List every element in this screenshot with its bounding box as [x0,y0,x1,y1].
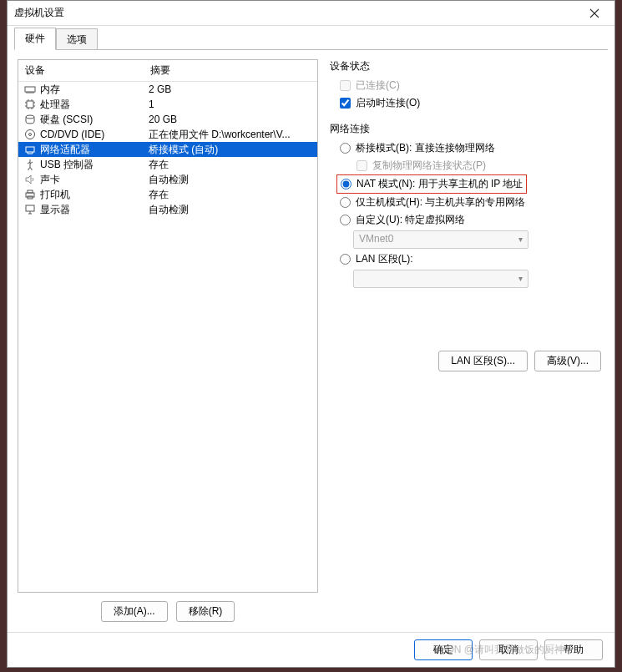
usb-icon [23,158,37,171]
printer-icon [23,188,37,201]
remove-button[interactable]: 移除(R) [176,601,235,622]
hw-row-cpu[interactable]: 处理器 1 [18,97,317,112]
hw-row-sound[interactable]: 声卡 自动检测 [18,172,317,187]
col-device: 设备 [25,63,150,78]
hw-label: 硬盘 (SCSI) [40,113,93,127]
custom-label[interactable]: 自定义(U): 特定虚拟网络 [356,213,465,227]
hw-label: 声卡 [40,173,60,187]
hw-summary: 自动检测 [149,173,314,187]
lan-row: LAN 区段(L): [330,250,604,268]
device-status-group: 设备状态 已连接(C) 启动时连接(O) [330,59,604,112]
lan-select: ▾ [353,270,528,288]
connected-row: 已连接(C) [330,77,604,94]
lan-radio[interactable] [340,254,351,265]
hardware-panel: 设备 摘要 内存 2 GB 处理器 1 [18,59,318,622]
hw-summary: 1 [149,99,314,110]
close-button[interactable] [581,3,608,23]
nat-radio[interactable] [341,179,351,189]
tab-hardware[interactable]: 硬件 [14,28,56,50]
network-icon [23,143,37,156]
svg-rect-7 [28,190,33,193]
vmnet-select: VMnet0 ▾ [353,230,528,249]
titlebar: 虚拟机设置 [8,1,614,26]
hw-label: CD/DVD (IDE) [40,129,104,140]
bridged-label[interactable]: 桥接模式(B): 直接连接物理网络 [356,141,495,155]
cdrom-icon [23,128,37,141]
hw-summary: 自动检测 [149,203,314,217]
hdd-icon [23,113,37,126]
replicate-row: 复制物理网络连接状态(P) [330,157,604,174]
hw-label: 内存 [40,83,60,97]
hw-label: 显示器 [40,203,70,217]
col-summary: 摘要 [150,63,311,78]
advanced-button[interactable]: 高级(V)... [534,351,601,371]
lan-label[interactable]: LAN 区段(L): [356,252,413,266]
cpu-icon [23,98,37,111]
hardware-list-header: 设备 摘要 [18,60,317,82]
bridged-row: 桥接模式(B): 直接连接物理网络 [330,139,604,157]
hostonly-radio[interactable] [340,197,351,208]
hw-row-printer[interactable]: 打印机 存在 [18,187,317,202]
hw-summary: 20 GB [149,114,314,125]
hw-summary: 正在使用文件 D:\workcenter\V... [149,128,314,142]
hardware-list: 设备 摘要 内存 2 GB 处理器 1 [18,59,318,593]
cancel-button[interactable]: 取消 [479,639,538,660]
display-icon [23,203,37,216]
hw-label: 网络适配器 [40,143,90,157]
connect-on-power-checkbox[interactable] [340,98,351,109]
hw-label: 打印机 [40,188,70,202]
status-title: 设备状态 [330,59,604,73]
hw-label: USB 控制器 [40,158,94,172]
svg-point-4 [29,134,32,136]
chevron-down-icon: ▾ [518,274,523,283]
hw-row-usb[interactable]: USB 控制器 存在 [18,157,317,172]
dialog-title: 虚拟机设置 [14,6,581,20]
help-button[interactable]: 帮助 [544,639,603,660]
custom-radio[interactable] [340,215,351,225]
svg-rect-1 [27,101,33,108]
hw-row-hdd[interactable]: 硬盘 (SCSI) 20 GB [18,112,317,127]
close-icon [589,8,599,18]
connected-checkbox [340,80,351,91]
hw-row-cdrom[interactable]: CD/DVD (IDE) 正在使用文件 D:\workcenter\V... [18,127,317,142]
connect-on-power-row: 启动时连接(O) [330,94,604,112]
sound-icon [23,173,37,186]
settings-panel: 设备状态 已连接(C) 启动时连接(O) 网络连接 桥接模式(B): 直接连接物… [330,59,604,622]
hw-row-display[interactable]: 显示器 自动检测 [18,202,317,217]
memory-icon [23,83,37,96]
nat-label[interactable]: NAT 模式(N): 用于共享主机的 IP 地址 [357,177,523,191]
svg-point-2 [26,115,34,119]
connected-label: 已连接(C) [356,78,400,93]
nat-highlight: NAT 模式(N): 用于共享主机的 IP 地址 [336,174,527,194]
lan-segments-button[interactable]: LAN 区段(S)... [438,351,528,371]
tab-options[interactable]: 选项 [56,28,98,50]
replicate-checkbox [357,160,367,171]
connect-on-power-label[interactable]: 启动时连接(O) [356,96,420,110]
svg-point-3 [26,130,35,139]
vmnet-value: VMnet0 [359,233,393,245]
content-area: 设备 摘要 内存 2 GB 处理器 1 [8,49,614,632]
hw-summary: 2 GB [149,83,314,95]
network-title: 网络连接 [330,122,604,136]
hw-summary: 桥接模式 (自动) [149,143,314,157]
vm-settings-dialog: 虚拟机设置 硬件 选项 设备 摘要 内存 2 GB [7,0,615,668]
hw-row-memory[interactable]: 内存 2 GB [18,82,317,97]
hw-row-network[interactable]: 网络适配器 桥接模式 (自动) [18,142,317,157]
hw-label: 处理器 [40,98,70,112]
add-button[interactable]: 添加(A)... [101,601,168,622]
replicate-label: 复制物理网络连接状态(P) [372,159,486,173]
network-buttons: LAN 区段(S)... 高级(V)... [330,351,604,622]
hostonly-label[interactable]: 仅主机模式(H): 与主机共享的专用网络 [356,195,525,210]
svg-rect-0 [25,87,35,92]
hostonly-row: 仅主机模式(H): 与主机共享的专用网络 [330,194,604,211]
ok-button[interactable]: 确定 [414,639,473,660]
svg-rect-9 [26,205,34,211]
hw-summary: 存在 [149,158,314,172]
bridged-radio[interactable] [340,143,351,154]
network-group: 网络连接 桥接模式(B): 直接连接物理网络 复制物理网络连接状态(P) NAT… [330,122,604,290]
custom-row: 自定义(U): 特定虚拟网络 [330,211,604,229]
chevron-down-icon: ▾ [518,235,523,244]
dialog-footer: 确定 取消 帮助 CSDN @请叫我爱做饭的厨神 [8,632,614,667]
tab-strip: 硬件 选项 [8,26,614,49]
hw-summary: 存在 [149,188,314,202]
